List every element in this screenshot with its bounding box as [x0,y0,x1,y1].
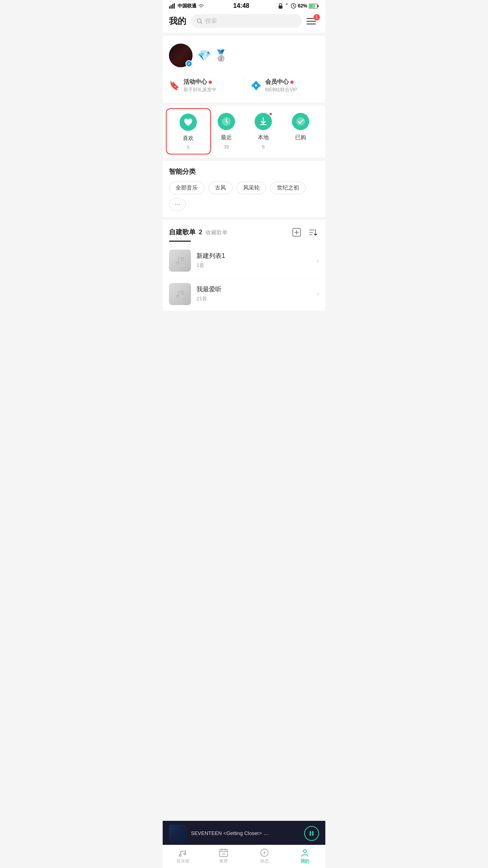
tag-all-music[interactable]: 全部音乐 [169,182,204,194]
svg-point-15 [181,259,183,261]
search-icon [196,18,203,24]
playlist-section-title: 自建歌单 [169,228,196,237]
status-right: 62% [278,3,319,9]
chevron-right-icon-0: › [317,256,319,265]
badges: 💎 🥈 [197,49,228,62]
status-left: 中国联通 [169,3,204,9]
svg-rect-3 [174,3,175,9]
add-playlist-button[interactable] [291,226,303,238]
lock-icon [278,3,283,9]
battery-label: 62% [298,3,307,9]
tag-century[interactable]: 世纪之初 [270,182,306,194]
svg-rect-1 [171,5,172,9]
like-label: 喜欢 [183,135,194,142]
tag-more[interactable]: ··· [169,198,186,211]
playlist-thumb-1 [169,283,191,305]
page-title: 我的 [169,15,186,27]
recent-count: 39 [224,144,229,150]
activity-center-label: 活动中心 [183,78,216,86]
svg-rect-4 [279,6,283,9]
svg-rect-0 [169,6,170,9]
status-time: 14:48 [233,2,250,9]
playlist-info-0: 新建列表1 1首 [196,252,311,269]
playlist-name-0: 新建列表1 [196,252,311,260]
svg-rect-7 [317,5,319,7]
local-count: 6 [262,144,265,150]
music-note-icon-1 [174,289,185,300]
vip-center[interactable]: 💠 会员中心 6折B站联合VIP [251,75,319,96]
svg-point-10 [187,62,191,66]
recent-label: 最近 [221,134,232,141]
profile-card: 💎 🥈 🔖 活动中心 新手好礼派发中 💠 [163,36,325,103]
category-grid: 喜欢 5 最近 39 [163,106,325,158]
category-recent[interactable]: 最近 39 [208,112,245,151]
vip-center-sub: 6折B站联合VIP [265,86,297,93]
smart-section: 智能分类 全部音乐 古风 风采轮 世纪之初 ··· [163,161,325,217]
like-icon [180,114,197,131]
activity-center[interactable]: 🔖 活动中心 新手好礼派发中 [169,75,238,96]
playlist-sort-button[interactable] [307,226,319,238]
collected-playlist-tab[interactable]: 收藏歌单 [205,228,227,237]
playlist-item-1[interactable]: 我最爱听 21首 › [169,278,319,311]
wifi-icon [198,4,204,8]
playlist-actions [291,226,319,238]
category-purchased[interactable]: 已购 [282,112,319,151]
playlist-songs-0: 1首 [196,262,311,269]
quick-actions: 🔖 活动中心 新手好礼派发中 💠 会员中心 6折B站联合 [169,75,319,96]
chevron-right-icon-1: › [317,290,319,298]
purchased-icon [292,113,309,130]
playlist-count: 2 [199,229,202,236]
playlist-name-1: 我最爱听 [196,285,311,294]
menu-badge: 1 [314,14,320,20]
add-icon [292,228,301,237]
svg-rect-2 [172,4,173,9]
recent-icon [218,113,235,130]
profile-top: 💎 🥈 [169,44,319,67]
tag-list: 全部音乐 古风 风采轮 世纪之初 ··· [169,182,319,211]
bookmark-icon: 🔖 [169,81,180,91]
tag-fengcailun[interactable]: 风采轮 [237,182,266,194]
sort-icon [309,229,317,236]
carrier-label: 中国联通 [178,3,196,9]
category-like[interactable]: 喜欢 5 [166,108,211,154]
activity-center-sub: 新手好礼派发中 [183,86,216,93]
svg-rect-8 [309,4,315,7]
vip-dot [290,81,294,84]
svg-point-17 [181,292,183,294]
search-bar[interactable]: 搜索 [191,14,302,28]
vip-badge-icon: 🥈 [214,49,228,62]
vip-center-label: 会员中心 [265,78,297,86]
menu-button[interactable]: 1 [306,15,319,28]
diamond-icon: 💠 [251,81,261,91]
playlist-item-0[interactable]: 新建列表1 1首 › [169,244,319,278]
playlist-info-1: 我最爱听 21首 [196,285,311,302]
location-icon [284,3,289,9]
status-bar: 中国联通 14:48 62% [163,0,325,11]
playlist-songs-1: 21首 [196,295,311,302]
avatar[interactable] [169,44,193,67]
like-count: 5 [187,145,190,151]
header: 我的 搜索 1 [163,11,325,33]
avatar-verified-badge [185,60,193,67]
purchased-label: 已购 [295,134,306,141]
alarm-icon [291,3,296,9]
svg-point-12 [296,117,305,126]
local-dot [269,112,273,116]
diamond-badge-icon: 💎 [197,49,211,62]
signal-icon [169,3,176,9]
tag-ancient[interactable]: 古风 [208,182,233,194]
playlist-thumb-0 [169,250,191,272]
activity-dot [209,81,212,84]
category-local[interactable]: 本地 6 [245,112,282,151]
svg-point-14 [176,262,179,264]
battery-icon [309,4,319,9]
local-label: 本地 [258,134,269,141]
playlist-header: 自建歌单 2 收藏歌单 [169,226,319,238]
svg-point-16 [176,295,179,298]
music-note-icon-0 [174,255,185,266]
playlist-section: 自建歌单 2 收藏歌单 [163,220,325,311]
smart-title: 智能分类 [169,167,319,176]
search-placeholder: 搜索 [205,17,217,25]
